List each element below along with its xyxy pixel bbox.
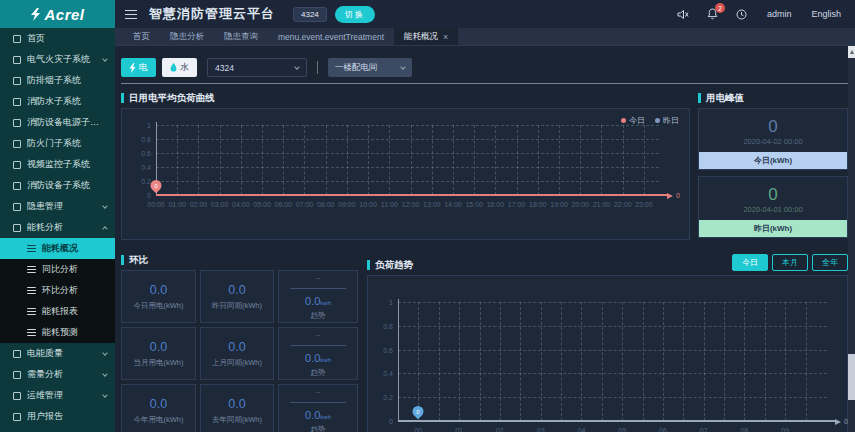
speaker-muted-icon[interactable]: [677, 9, 689, 20]
chevron-down-icon: [102, 371, 108, 377]
sidebar-item-电能质量[interactable]: 电能质量: [0, 343, 115, 364]
brand-logo-text: Acrel: [44, 6, 84, 23]
language-switcher[interactable]: English: [811, 9, 841, 19]
y-tick-label: 0: [389, 418, 393, 425]
scrollbar[interactable]: [848, 46, 855, 432]
range-button-今日[interactable]: 今日: [732, 254, 768, 271]
sidebar-item-运维管理[interactable]: 运维管理: [0, 385, 115, 406]
sidebar-subitem-同比分析[interactable]: 同比分析: [0, 259, 115, 280]
bell-icon[interactable]: 2: [707, 8, 718, 20]
v-gridline: [517, 125, 518, 195]
v-gridline: [495, 125, 496, 195]
x-tick-label: 03:00: [211, 201, 229, 208]
room-select[interactable]: 一楼配电间: [328, 58, 412, 77]
filter-divider: [317, 61, 318, 74]
scrollbar-up-arrow[interactable]: [848, 46, 855, 58]
sidebar-item-能耗分析[interactable]: 能耗分析: [0, 217, 115, 238]
v-gridline: [765, 302, 766, 421]
tab-能耗概况[interactable]: 能耗概况×: [394, 28, 458, 45]
clock-icon[interactable]: [736, 9, 747, 20]
x-tick-label: 04: [577, 427, 585, 432]
device-select[interactable]: 4324: [207, 58, 307, 77]
tab-strip: 首页隐患分析隐患查询menu.event.eventTreatment能耗概况×: [115, 28, 855, 46]
sidebar-item-首页[interactable]: 首页: [0, 28, 115, 49]
user-menu[interactable]: admin: [767, 9, 792, 19]
x-tick-label: 19:00: [550, 201, 568, 208]
trend-divider: [290, 345, 346, 346]
sidebar-subitem-label: 能耗预测: [42, 326, 78, 339]
sidebar-item-需量分析[interactable]: 需量分析: [0, 364, 115, 385]
electric-fire-icon: [13, 56, 21, 64]
range-buttons: 今日本月全年: [732, 254, 848, 271]
sidebar-subitem-能耗概况[interactable]: 能耗概况: [0, 238, 115, 259]
peak-datetime: 2020-04-02 00:00: [699, 137, 847, 152]
sidebar-item-防火门子系统[interactable]: 防火门子系统: [0, 133, 115, 154]
sidebar-item-电气火灾子系统[interactable]: 电气火灾子系统: [0, 49, 115, 70]
x-tick-label: 11:00: [381, 201, 398, 208]
h-gridline: [156, 153, 659, 154]
x-tick-label: 05: [618, 427, 626, 432]
x-tick-label: 08: [741, 427, 749, 432]
x-tick-label: 00: [414, 427, 422, 432]
sidebar-subitem-能耗报表[interactable]: 能耗报表: [0, 301, 115, 322]
tab-menu.event.eventTreatment[interactable]: menu.event.eventTreatment: [268, 28, 394, 45]
ring-trend-box: --0.0kwh趋势: [278, 384, 358, 432]
x-tick-label: 09: [781, 427, 789, 432]
sidebar-subitem-label: 同比分析: [42, 263, 78, 276]
ring-label: 今日用电(kWh): [134, 301, 184, 311]
sidebar-subitem-label: 能耗报表: [42, 305, 78, 318]
tab-首页[interactable]: 首页: [123, 28, 160, 45]
subitem-icon: [27, 329, 36, 336]
tab-隐患分析[interactable]: 隐患分析: [160, 28, 214, 45]
sidebar-item-用户报告[interactable]: 用户报告: [0, 406, 115, 427]
power-quality-icon: [13, 350, 21, 358]
trend-value: 0.0kwh: [305, 352, 331, 364]
sidebar-item-消防设备子系统[interactable]: 消防设备子系统: [0, 175, 115, 196]
x-tick-label: 23:00: [635, 201, 653, 208]
h-gridline: [156, 125, 659, 126]
peak-value: 0: [699, 177, 847, 205]
x-tick-label: 14:00: [444, 201, 462, 208]
ring-value: 0.0: [228, 283, 245, 297]
sidebar-item-消防水子系统[interactable]: 消防水子系统: [0, 91, 115, 112]
v-gridline: [581, 302, 582, 421]
sidebar-subitem-能耗预测[interactable]: 能耗预测: [0, 322, 115, 343]
v-gridline: [480, 302, 481, 421]
load-trend-chart: 00.20.40.60.810001020304050607080900: [367, 275, 848, 432]
x-tick-label: 15:00: [465, 201, 483, 208]
peak-title: 用电峰值: [698, 92, 848, 104]
x-tick-label: 02: [496, 427, 504, 432]
sidebar-item-防排烟子系统[interactable]: 防排烟子系统: [0, 70, 115, 91]
menu-collapse-icon[interactable]: [125, 10, 137, 19]
electric-toggle-button[interactable]: 电: [121, 58, 156, 77]
y-tick-label: 1: [389, 299, 393, 306]
sidebar-subitem-环比分析[interactable]: 环比分析: [0, 280, 115, 301]
tab-隐患查询[interactable]: 隐患查询: [214, 28, 268, 45]
chevron-down-icon: [102, 203, 108, 209]
main-column: 智慧消防管理云平台 4324 切换 2 admin English 首页隐患分析…: [115, 0, 855, 432]
range-button-本月[interactable]: 本月: [772, 254, 808, 271]
daily-load-title: 日用电平均负荷曲线: [121, 92, 690, 104]
close-icon[interactable]: ×: [443, 32, 448, 42]
x-tick-label: 05:00: [253, 201, 271, 208]
x-tick-label: 22:00: [614, 201, 632, 208]
ring-trend-box: --0.0kwh趋势: [278, 327, 358, 380]
ring-value: 0.0: [228, 397, 245, 411]
smoke-control-icon: [13, 77, 21, 85]
v-gridline: [262, 125, 263, 195]
scrollbar-thumb[interactable]: [848, 354, 855, 400]
v-gridline: [806, 302, 807, 421]
x-tick-label: 04:00: [232, 201, 250, 208]
range-button-全年[interactable]: 全年: [812, 254, 848, 271]
v-gridline: [220, 125, 221, 195]
v-gridline: [724, 302, 725, 421]
switch-project-button[interactable]: 切换: [335, 6, 375, 23]
device-select-value: 4324: [215, 63, 234, 73]
v-gridline: [602, 302, 603, 421]
ring-stat-box: 0.0当月用电(kWh): [121, 327, 196, 380]
sidebar-item-隐患管理[interactable]: 隐患管理: [0, 196, 115, 217]
sidebar-item-视频监控子系统[interactable]: 视频监控子系统: [0, 154, 115, 175]
water-toggle-button[interactable]: 水: [162, 58, 197, 77]
sidebar-item-消防设备电源子系统[interactable]: 消防设备电源子系统: [0, 112, 115, 133]
v-gridline: [241, 125, 242, 195]
